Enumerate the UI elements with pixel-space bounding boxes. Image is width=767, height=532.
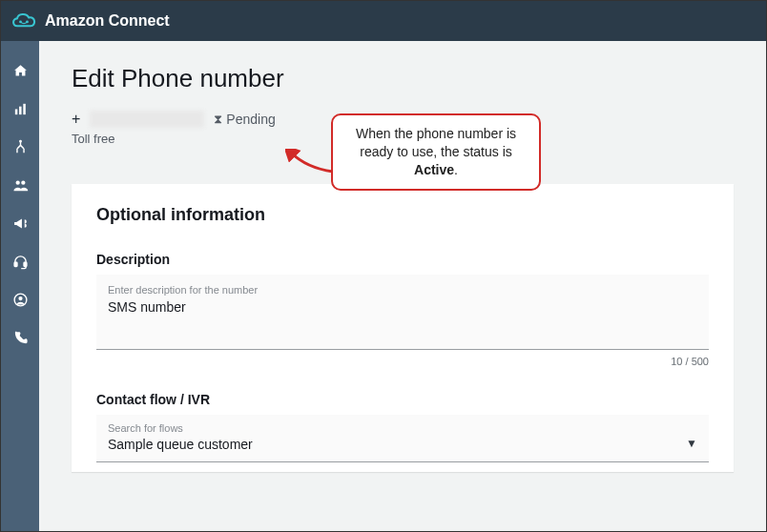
svg-rect-3: [19, 106, 21, 114]
description-label: Description: [96, 252, 709, 267]
top-bar: Amazon Connect: [1, 1, 766, 41]
callout-text: When the phone number is ready to use, t…: [356, 126, 516, 159]
campaigns-icon[interactable]: [11, 215, 29, 232]
contact-flow-field-block: Contact flow / IVR Search for flows Samp…: [96, 392, 709, 462]
callout-bold: Active: [414, 162, 454, 177]
phone-number-redacted: [90, 111, 204, 128]
page-title: Edit Phone number: [72, 64, 734, 93]
hourglass-icon: ⧗: [214, 112, 222, 127]
app-title: Amazon Connect: [45, 12, 170, 30]
phone-number-prefix: +: [72, 111, 80, 128]
headset-icon[interactable]: [11, 253, 29, 270]
description-input[interactable]: Enter description for the number SMS num…: [96, 275, 709, 350]
contact-flow-value: Sample queue customer: [108, 437, 253, 452]
description-char-count: 10 / 500: [96, 356, 709, 367]
routing-icon[interactable]: [11, 138, 29, 155]
contact-flow-select[interactable]: Search for flows Sample queue customer ▼: [96, 415, 709, 462]
description-field-block: Description Enter description for the nu…: [96, 252, 709, 367]
status-text: Pending: [226, 112, 275, 127]
amazon-connect-logo-icon: [10, 10, 37, 32]
logo-wrap: Amazon Connect: [10, 10, 170, 32]
svg-rect-8: [14, 262, 17, 266]
optional-section-title: Optional information: [96, 205, 709, 225]
description-value: SMS number: [108, 299, 697, 315]
phone-icon[interactable]: [11, 329, 29, 346]
svg-point-11: [18, 296, 22, 299]
svg-rect-2: [14, 109, 16, 114]
content-area: Edit Phone number + ⧗ Pending Toll free …: [39, 41, 766, 532]
sidebar: [1, 41, 39, 532]
callout-suffix: .: [454, 162, 458, 177]
home-icon[interactable]: [11, 62, 29, 79]
annotation-arrow-icon: [285, 149, 335, 175]
svg-rect-4: [23, 103, 25, 113]
users-icon[interactable]: [11, 176, 29, 194]
analytics-icon[interactable]: [11, 100, 29, 117]
svg-rect-9: [24, 262, 27, 266]
optional-information-card: Optional information Description Enter d…: [72, 184, 734, 472]
description-placeholder: Enter description for the number: [108, 284, 697, 296]
chevron-down-icon: ▼: [686, 437, 697, 452]
account-icon[interactable]: [11, 291, 29, 308]
status-badge: ⧗ Pending: [214, 112, 275, 127]
contact-flow-mini-label: Search for flows: [108, 422, 253, 434]
contact-flow-label: Contact flow / IVR: [96, 392, 709, 407]
svg-point-5: [19, 140, 20, 141]
annotation-callout: When the phone number is ready to use, t…: [331, 113, 541, 191]
svg-point-6: [15, 180, 19, 184]
svg-point-7: [21, 180, 25, 184]
